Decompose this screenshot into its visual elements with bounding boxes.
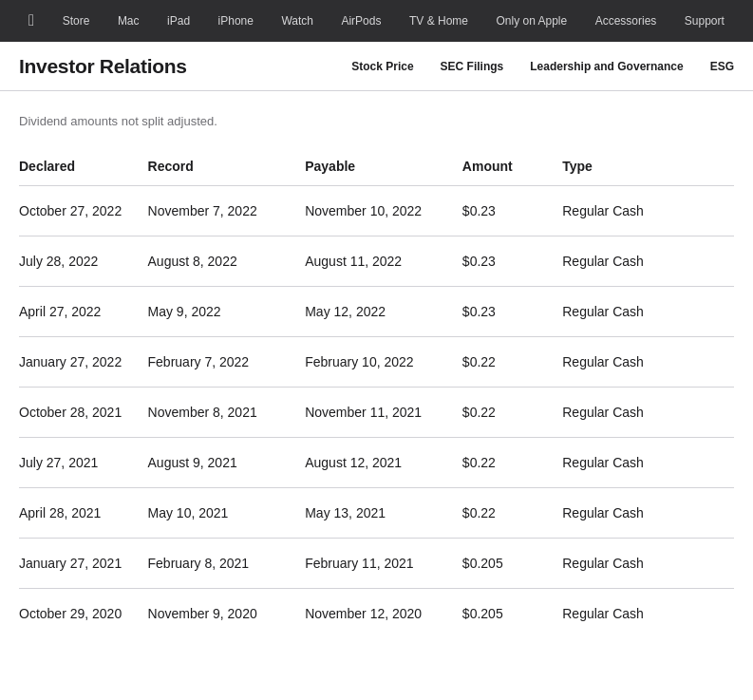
nav-item-mac[interactable]: Mac — [110, 14, 147, 28]
cell-amount-4: $0.22 — [462, 388, 562, 438]
cell-record-0: November 7, 2022 — [148, 186, 306, 236]
cell-record-4: November 8, 2021 — [148, 388, 306, 438]
table-header-row: Declared Record Payable Amount Type — [19, 147, 734, 186]
col-header-record: Record — [148, 147, 306, 186]
disclaimer-text: Dividend amounts not split adjusted. — [19, 114, 734, 128]
cell-amount-1: $0.23 — [462, 236, 562, 287]
cell-declared-1: July 28, 2022 — [19, 236, 148, 287]
nav-item-accessories[interactable]: Accessories — [588, 14, 665, 28]
table-row: October 29, 2020November 9, 2020November… — [19, 589, 734, 639]
esg-link[interactable]: ESG — [710, 60, 734, 73]
nav-item-iphone[interactable]: iPhone — [211, 14, 261, 28]
cell-declared-2: April 27, 2022 — [19, 287, 148, 337]
table-row: January 27, 2021February 8, 2021February… — [19, 539, 734, 589]
stock-price-link[interactable]: Stock Price — [351, 60, 413, 73]
cell-payable-0: November 10, 2022 — [305, 186, 462, 236]
table-row: July 27, 2021August 9, 2021August 12, 20… — [19, 438, 734, 488]
cell-type-1: Regular Cash — [562, 236, 734, 287]
cell-type-0: Regular Cash — [562, 186, 734, 236]
cell-record-8: November 9, 2020 — [148, 589, 306, 639]
cell-type-8: Regular Cash — [562, 589, 734, 639]
cell-payable-5: August 12, 2021 — [305, 438, 462, 488]
sec-filings-link[interactable]: SEC Filings — [441, 60, 504, 73]
apple-logo-nav-item[interactable]:  — [21, 11, 42, 30]
cell-record-7: February 8, 2021 — [148, 539, 306, 589]
apple-logo-icon:  — [28, 11, 34, 29]
nav-item-ipad[interactable]: iPad — [160, 14, 198, 28]
cell-type-6: Regular Cash — [562, 488, 734, 539]
cell-type-4: Regular Cash — [562, 388, 734, 438]
cell-record-5: August 9, 2021 — [148, 438, 306, 488]
sub-header: Investor Relations Stock Price SEC Filin… — [0, 42, 753, 91]
cell-amount-3: $0.22 — [462, 337, 562, 388]
cell-record-3: February 7, 2022 — [148, 337, 306, 388]
dividend-table: Declared Record Payable Amount Type Octo… — [19, 147, 734, 638]
cell-record-1: August 8, 2022 — [148, 236, 306, 287]
table-row: July 28, 2022August 8, 2022August 11, 20… — [19, 236, 734, 287]
nav-item-tv-home[interactable]: TV & Home — [402, 14, 476, 28]
cell-payable-6: May 13, 2021 — [305, 488, 462, 539]
cell-payable-2: May 12, 2022 — [305, 287, 462, 337]
sub-header-navigation: Stock Price SEC Filings Leadership and G… — [351, 60, 734, 73]
cell-amount-5: $0.22 — [462, 438, 562, 488]
main-content: Dividend amounts not split adjusted. Dec… — [0, 91, 753, 657]
cell-record-6: May 10, 2021 — [148, 488, 306, 539]
cell-declared-4: October 28, 2021 — [19, 388, 148, 438]
table-row: April 28, 2021May 10, 2021May 13, 2021$0… — [19, 488, 734, 539]
cell-type-3: Regular Cash — [562, 337, 734, 388]
top-navigation:  Store Mac iPad iPhone Watch AirPods TV… — [0, 0, 753, 42]
cell-type-7: Regular Cash — [562, 539, 734, 589]
nav-item-support[interactable]: Support — [677, 14, 732, 28]
leadership-governance-link[interactable]: Leadership and Governance — [530, 60, 683, 73]
nav-item-store[interactable]: Store — [55, 14, 98, 28]
cell-type-2: Regular Cash — [562, 287, 734, 337]
cell-declared-0: October 27, 2022 — [19, 186, 148, 236]
cell-declared-7: January 27, 2021 — [19, 539, 148, 589]
cell-payable-4: November 11, 2021 — [305, 388, 462, 438]
col-header-declared: Declared — [19, 147, 148, 186]
col-header-amount: Amount — [462, 147, 562, 186]
cell-declared-3: January 27, 2022 — [19, 337, 148, 388]
col-header-type: Type — [562, 147, 734, 186]
cell-amount-8: $0.205 — [462, 589, 562, 639]
nav-item-airpods[interactable]: AirPods — [333, 14, 388, 28]
cell-type-5: Regular Cash — [562, 438, 734, 488]
cell-amount-2: $0.23 — [462, 287, 562, 337]
cell-payable-8: November 12, 2020 — [305, 589, 462, 639]
cell-payable-7: February 11, 2021 — [305, 539, 462, 589]
table-row: October 28, 2021November 8, 2021November… — [19, 388, 734, 438]
cell-declared-6: April 28, 2021 — [19, 488, 148, 539]
table-row: January 27, 2022February 7, 2022February… — [19, 337, 734, 388]
page-title: Investor Relations — [19, 55, 187, 78]
cell-amount-7: $0.205 — [462, 539, 562, 589]
cell-payable-3: February 10, 2022 — [305, 337, 462, 388]
cell-payable-1: August 11, 2022 — [305, 236, 462, 287]
nav-item-watch[interactable]: Watch — [273, 14, 321, 28]
cell-amount-0: $0.23 — [462, 186, 562, 236]
cell-amount-6: $0.22 — [462, 488, 562, 539]
cell-declared-5: July 27, 2021 — [19, 438, 148, 488]
table-row: October 27, 2022November 7, 2022November… — [19, 186, 734, 236]
table-row: April 27, 2022May 9, 2022May 12, 2022$0.… — [19, 287, 734, 337]
nav-item-only-on-apple[interactable]: Only on Apple — [488, 14, 574, 28]
cell-declared-8: October 29, 2020 — [19, 589, 148, 639]
cell-record-2: May 9, 2022 — [148, 287, 306, 337]
col-header-payable: Payable — [305, 147, 462, 186]
